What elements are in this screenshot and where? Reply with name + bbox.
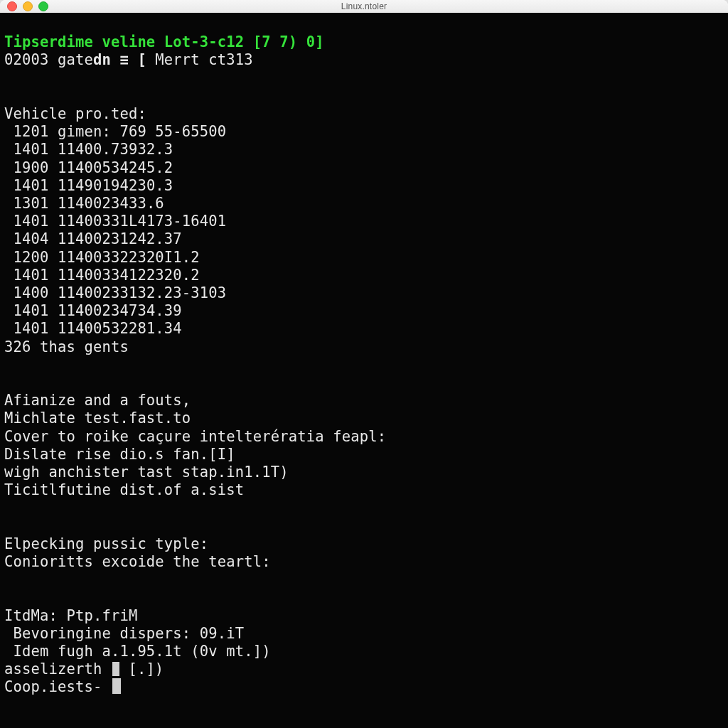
zoom-icon[interactable] [38,1,48,11]
output-line: wigh anchister tast stap.in1.1T) [4,464,289,481]
output-line: Afianize and a fouts, [4,392,191,409]
blank-line [4,499,724,517]
data-row: 1401 11400234734.39 [4,302,182,319]
output-line: asselizerth [.]) [4,660,164,678]
blank-line [4,571,724,589]
output-line: Elpecking pussic typle: [4,535,208,552]
minimize-icon[interactable] [23,1,33,11]
titlebar[interactable]: Linux.ntoler [0,0,728,14]
output-line: Idem fugh a.1.95.1t (0v mt.]) [4,643,271,660]
data-row: 1301 1140023433.6 [4,195,164,212]
terminal-viewport[interactable]: Tipserdime veline Lot-3-c12 [7 7) 0] 020… [0,13,728,728]
output-line: Ticitlfutine dist.of a.sist [4,481,244,498]
cursor-icon [112,662,119,676]
data-row: 1404 11400231242.37 [4,230,182,247]
section-header-vehicle: Vehicle pro.ted: [4,105,146,122]
output-line: Conioritts excoide the teartl: [4,553,271,570]
window-controls [7,1,48,11]
prompt-line-2-pre: 02003 gate [4,51,93,68]
shell-prompt[interactable]: Coop.iests- [4,678,121,695]
prompt-line-2-post: Merrt ct313 [146,51,253,68]
data-row: 1401 11400331L4173-16401 [4,213,226,230]
output-line: Cover to roike caçure intelterératia fea… [4,428,386,445]
blank-line [4,356,724,374]
output-line: Michlate test.fast.to [4,410,191,427]
data-row: 1401 11400532281.34 [4,320,182,337]
summary-line: 326 thas gents [4,338,129,355]
prompt-line-1: Tipserdime veline Lot-3-c12 [7 7) 0] [4,33,324,50]
prompt-line-2-flag: dn ≡ [ [93,51,146,68]
output-line: Dislate rise dio.s fan.[I] [4,446,235,463]
data-row: 1201 gimen: 769 55-65500 [4,123,226,140]
output-line: ItdMa: Ptp.friM [4,607,137,624]
output-line: Bevoringine dispers: 09.iT [4,625,244,642]
terminal-window: Linux.ntoler Tipserdime veline Lot-3-c12… [0,0,728,728]
data-row: 1400 11400233132.23-3103 [4,284,226,301]
data-row: 1401 11400.73932.3 [4,141,173,158]
cursor-icon [112,678,121,694]
close-icon[interactable] [7,1,17,11]
data-row: 1401 11400334122320.2 [4,267,200,284]
window-title: Linux.ntoler [0,1,728,11]
data-row: 1200 114003322320I1.2 [4,249,200,266]
data-row: 1401 11490194230.3 [4,177,173,194]
blank-line [4,70,724,87]
data-row: 1900 11400534245.2 [4,159,173,176]
